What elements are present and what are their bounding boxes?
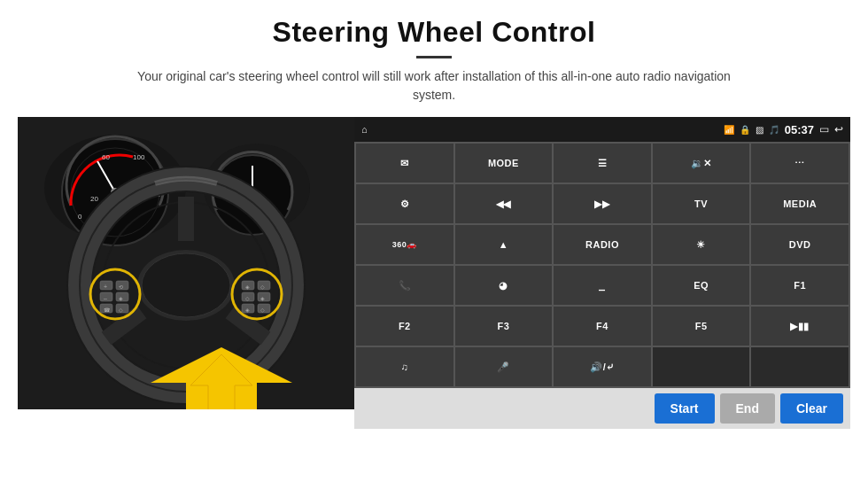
f3-btn[interactable]: F3 (455, 307, 553, 346)
page-wrapper: Steering Wheel Control Your original car… (0, 0, 868, 482)
nav-btn[interactable]: ✉ (356, 144, 453, 183)
back-icon: ↩ (834, 123, 843, 136)
svg-text:◇: ◇ (260, 284, 265, 290)
next-btn[interactable]: ▶▶ (554, 184, 651, 223)
bt-icon: 🎵 (769, 125, 779, 135)
status-time: 05:37 (785, 123, 814, 136)
content-row: 0 20 60 100 140 (18, 117, 850, 429)
svg-text:20: 20 (90, 195, 98, 203)
button-grid: ✉ MODE ☰ 🔉✕ ⋯ ⚙ ◀◀ ▶▶ TV MEDIA 360🚗 ▲ RA… (354, 142, 850, 388)
svg-text:0: 0 (78, 213, 82, 221)
svg-text:◇: ◇ (260, 307, 265, 313)
svg-text:◇: ◇ (245, 296, 250, 301)
status-right: 📶 🔒 ▨ 🎵 05:37 ▭ ↩ (724, 123, 843, 136)
list-btn[interactable]: ☰ (554, 144, 651, 183)
svg-text:◈: ◈ (245, 307, 250, 313)
tv-btn[interactable]: TV (653, 184, 750, 223)
status-bar: ⌂ 📶 🔒 ▨ 🎵 05:37 ▭ ↩ (354, 117, 850, 142)
f2-btn[interactable]: F2 (356, 307, 453, 346)
media-btn[interactable]: MEDIA (751, 184, 849, 223)
svg-text:◇: ◇ (119, 307, 123, 313)
start-button[interactable]: Start (655, 393, 715, 424)
phone-btn[interactable]: 📞 (356, 266, 453, 305)
sd-icon: ▨ (756, 125, 763, 135)
radio-btn[interactable]: RADIO (554, 225, 651, 264)
apps-btn[interactable]: ⋯ (751, 144, 849, 183)
f1-btn[interactable]: F1 (751, 266, 849, 305)
eject-btn[interactable]: ▲ (455, 225, 553, 264)
prev-btn[interactable]: ◀◀ (455, 184, 553, 223)
page-subtitle: Your original car's steering wheel contr… (133, 67, 735, 105)
f5-btn[interactable]: F5 (653, 307, 750, 346)
f4-btn[interactable]: F4 (554, 307, 651, 346)
svg-text:+: + (104, 284, 107, 290)
svg-text:◈: ◈ (260, 296, 265, 301)
brightness-btn[interactable]: ☀ (653, 225, 750, 264)
svg-text:60: 60 (102, 153, 110, 161)
svg-text:–: – (104, 295, 107, 301)
svg-text:◈: ◈ (245, 284, 250, 290)
settings-btn[interactable]: ⚙ (356, 184, 453, 223)
svg-text:◈: ◈ (119, 296, 123, 301)
mic-btn[interactable]: 🎤 (455, 347, 553, 386)
android-panel: ⌂ 📶 🔒 ▨ 🎵 05:37 ▭ ↩ ✉ MODE ☰ 🔉✕ (354, 117, 850, 429)
title-divider (416, 56, 452, 58)
mode-btn[interactable]: MODE (455, 144, 553, 183)
empty-btn1 (653, 347, 750, 386)
screen-mirror-btn[interactable]: ⎯ (554, 266, 651, 305)
steering-wheel-image: 0 20 60 100 140 (18, 117, 354, 409)
lock-icon: 🔒 (740, 125, 750, 135)
bottom-action-bar: Start End Clear (354, 388, 850, 429)
eq-btn[interactable]: EQ (653, 266, 750, 305)
mute-btn[interactable]: 🔉✕ (653, 144, 750, 183)
360-btn[interactable]: 360🚗 (356, 225, 453, 264)
page-title: Steering Wheel Control (273, 16, 596, 49)
play-pause-btn[interactable]: ▶▮▮ (751, 307, 849, 346)
home-icon: ⌂ (361, 124, 368, 135)
dvd-btn[interactable]: DVD (751, 225, 849, 264)
vol-phone-btn[interactable]: 🔊/⤶ (554, 347, 651, 386)
navi-btn[interactable]: ◕ (455, 266, 553, 305)
wifi-icon: 📶 (724, 125, 734, 135)
svg-text:☎: ☎ (104, 307, 111, 313)
status-left: ⌂ (361, 124, 368, 135)
svg-text:100: 100 (133, 153, 145, 161)
end-button[interactable]: End (720, 393, 775, 424)
empty-btn2 (751, 347, 849, 386)
svg-text:⟲: ⟲ (119, 284, 123, 290)
svg-point-23 (142, 253, 230, 317)
clear-button[interactable]: Clear (780, 393, 843, 424)
music-btn[interactable]: ♫ (356, 347, 453, 386)
screen-icon: ▭ (819, 123, 829, 136)
